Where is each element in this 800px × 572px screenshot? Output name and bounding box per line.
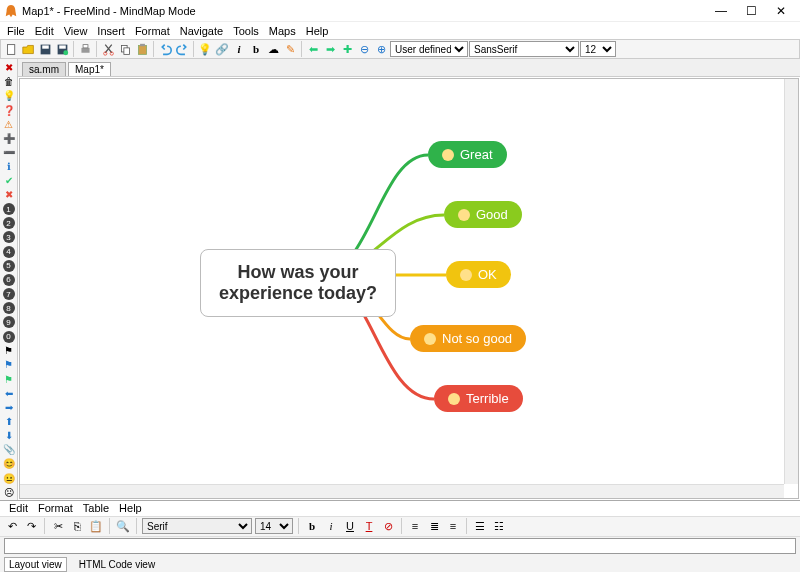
sicon-check[interactable]: ✔ <box>2 174 16 187</box>
btab-html[interactable]: HTML Code view <box>75 558 159 571</box>
italic-icon[interactable]: i <box>231 41 247 57</box>
nav-center-icon[interactable]: ✚ <box>339 41 355 57</box>
sicon-cross[interactable]: ✖ <box>2 188 16 201</box>
scrollbar-horizontal[interactable] <box>20 484 784 498</box>
sicon-info[interactable]: ℹ <box>2 160 16 173</box>
sicon-question[interactable]: ❓ <box>2 103 16 116</box>
sicon-flag-black[interactable]: ⚑ <box>2 344 16 357</box>
zoom-in-icon[interactable]: ⊕ <box>373 41 389 57</box>
sicon-attach[interactable]: 📎 <box>2 443 16 456</box>
balign-left-icon[interactable]: ≡ <box>407 518 423 534</box>
new-icon[interactable] <box>3 41 19 57</box>
idea-icon[interactable]: 💡 <box>197 41 213 57</box>
undo-icon[interactable] <box>157 41 173 57</box>
font-select[interactable]: SansSerif <box>469 41 579 57</box>
sicon-arrow-down[interactable]: ⬇ <box>2 429 16 442</box>
sicon-flag-green[interactable]: ⚑ <box>2 372 16 385</box>
balign-right-icon[interactable]: ≡ <box>445 518 461 534</box>
sicon-arrow-right[interactable]: ➡ <box>2 401 16 414</box>
bitalic-icon[interactable]: i <box>323 518 339 534</box>
bbold-icon[interactable]: b <box>304 518 320 534</box>
sicon-n6[interactable]: 6 <box>2 273 16 286</box>
sicon-plus[interactable]: ➕ <box>2 132 16 145</box>
sicon-n0[interactable]: 0 <box>2 330 16 343</box>
bunderline-icon[interactable]: U <box>342 518 358 534</box>
mindmap-root-node[interactable]: How was your experience today? <box>200 249 396 317</box>
sicon-sad[interactable]: ☹ <box>2 486 16 499</box>
nav-left-icon[interactable]: ⬅ <box>305 41 321 57</box>
bnumlist-icon[interactable]: ☷ <box>491 518 507 534</box>
saveas-icon[interactable] <box>54 41 70 57</box>
sicon-smile[interactable]: 😊 <box>2 457 16 470</box>
menu-maps[interactable]: Maps <box>264 25 301 37</box>
maximize-button[interactable]: ☐ <box>736 1 766 21</box>
sicon-n1[interactable]: 1 <box>2 203 16 216</box>
btab-layout[interactable]: Layout view <box>4 557 67 572</box>
bclear-icon[interactable]: ⊘ <box>380 518 396 534</box>
balign-center-icon[interactable]: ≣ <box>426 518 442 534</box>
mindmap-canvas[interactable]: How was your experience today? Great Goo… <box>19 78 799 499</box>
sicon-neutral[interactable]: 😐 <box>2 472 16 485</box>
tab-map1[interactable]: Map1* <box>68 62 111 76</box>
nav-right-icon[interactable]: ➡ <box>322 41 338 57</box>
bmenu-format[interactable]: Format <box>33 502 78 514</box>
style-select[interactable]: User defined.. <box>390 41 468 57</box>
bcolor-icon[interactable]: T <box>361 518 377 534</box>
sicon-n3[interactable]: 3 <box>2 231 16 244</box>
menu-tools[interactable]: Tools <box>228 25 264 37</box>
bredo-icon[interactable]: ↷ <box>23 518 39 534</box>
sicon-n5[interactable]: 5 <box>2 259 16 272</box>
bfont-select[interactable]: Serif <box>142 518 252 534</box>
sicon-n2[interactable]: 2 <box>2 217 16 230</box>
menu-help[interactable]: Help <box>301 25 334 37</box>
node-terrible[interactable]: Terrible <box>434 385 523 412</box>
node-ok[interactable]: OK <box>446 261 511 288</box>
save-icon[interactable] <box>37 41 53 57</box>
bmenu-edit[interactable]: Edit <box>4 502 33 514</box>
node-notsogood[interactable]: Not so good <box>410 325 526 352</box>
bfind-icon[interactable]: 🔍 <box>115 518 131 534</box>
menu-edit[interactable]: Edit <box>30 25 59 37</box>
bmenu-help[interactable]: Help <box>114 502 147 514</box>
redo-icon[interactable] <box>174 41 190 57</box>
bpaste-icon[interactable]: 📋 <box>88 518 104 534</box>
close-button[interactable]: ✕ <box>766 1 796 21</box>
tab-sa[interactable]: sa.mm <box>22 62 66 76</box>
sicon-flag-blue[interactable]: ⚑ <box>2 358 16 371</box>
sicon-remove-last[interactable]: ✖ <box>2 61 16 74</box>
bold-icon[interactable]: b <box>248 41 264 57</box>
copy-icon[interactable] <box>117 41 133 57</box>
cloud-icon[interactable]: ☁ <box>265 41 281 57</box>
open-icon[interactable] <box>20 41 36 57</box>
menu-file[interactable]: File <box>2 25 30 37</box>
sicon-arrow-up[interactable]: ⬆ <box>2 415 16 428</box>
note-icon[interactable]: ✎ <box>282 41 298 57</box>
bfontsize-select[interactable]: 14 <box>255 518 293 534</box>
menu-insert[interactable]: Insert <box>92 25 130 37</box>
minimize-button[interactable]: — <box>706 1 736 21</box>
cut-icon[interactable] <box>100 41 116 57</box>
zoom-out-icon[interactable]: ⊖ <box>356 41 372 57</box>
bbullet-icon[interactable]: ☰ <box>472 518 488 534</box>
node-great[interactable]: Great <box>428 141 507 168</box>
bcut-icon[interactable]: ✂ <box>50 518 66 534</box>
scrollbar-vertical[interactable] <box>784 79 798 484</box>
menu-view[interactable]: View <box>59 25 93 37</box>
sicon-n9[interactable]: 9 <box>2 316 16 329</box>
sicon-remove-all[interactable]: 🗑 <box>2 75 16 88</box>
menu-navigate[interactable]: Navigate <box>175 25 228 37</box>
fontsize-select[interactable]: 12 <box>580 41 616 57</box>
sicon-exclaim[interactable]: ⚠ <box>2 118 16 131</box>
sicon-n8[interactable]: 8 <box>2 302 16 315</box>
note-input[interactable] <box>4 538 796 554</box>
menu-format[interactable]: Format <box>130 25 175 37</box>
print-icon[interactable] <box>77 41 93 57</box>
sicon-minus[interactable]: ➖ <box>2 146 16 159</box>
bundo-icon[interactable]: ↶ <box>4 518 20 534</box>
paste-icon[interactable] <box>134 41 150 57</box>
node-good[interactable]: Good <box>444 201 522 228</box>
sicon-n4[interactable]: 4 <box>2 245 16 258</box>
sicon-idea[interactable]: 💡 <box>2 89 16 102</box>
bcopy-icon[interactable]: ⎘ <box>69 518 85 534</box>
link-icon[interactable]: 🔗 <box>214 41 230 57</box>
